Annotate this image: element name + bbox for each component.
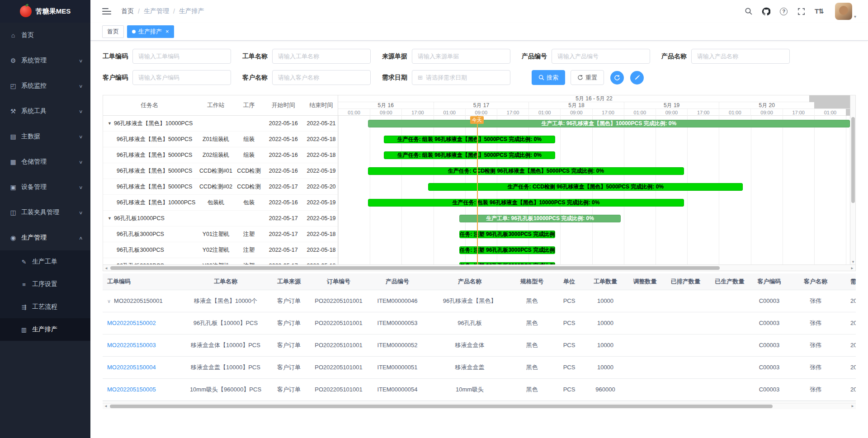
breadcrumb-item[interactable]: 生产排产 bbox=[179, 7, 204, 15]
font-size-icon[interactable]: T⇅ bbox=[815, 7, 824, 16]
collapse-icon[interactable]: ▼ bbox=[108, 216, 112, 221]
gantt-task-row: 96孔移液盒【黑色】5000PCSZ01组装机组装2022-05-162022-… bbox=[103, 132, 338, 147]
scrollbar-thumb[interactable] bbox=[110, 266, 720, 270]
text-input[interactable]: 请输入工单名称 bbox=[272, 49, 371, 64]
production-task-bar[interactable]: 生产任务: 组装 96孔移液盒【黑色】5000PCS 完成比例: 0% bbox=[384, 151, 555, 159]
sidebar-item-schedule[interactable]: ▥生产排产 bbox=[0, 318, 90, 341]
sidebar-item-workorder[interactable]: ✎生产工单 bbox=[0, 250, 90, 273]
table-row[interactable]: ∨MO202205150001移液盒【黑色】10000个客户订单PO202205… bbox=[103, 290, 856, 312]
production-task-bar[interactable]: 生产任务: 注塑 96孔孔板3000PCS 完成比例: 0% bbox=[459, 231, 555, 238]
date-input[interactable]: ⊞请选择需求日期 bbox=[412, 70, 510, 85]
scrollbar-thumb[interactable] bbox=[110, 405, 773, 408]
sidebar-item-flow[interactable]: ⇶工艺流程 bbox=[0, 296, 90, 318]
timeline-hour-label: 09:00 bbox=[560, 109, 592, 116]
timeline-day-label: 5月 17 bbox=[434, 102, 529, 108]
table-row[interactable]: MO202205150004移液盒盒盖【10000】PCS客户订单PO20220… bbox=[103, 356, 856, 378]
tab-close-icon[interactable]: × bbox=[165, 28, 169, 34]
refresh-button[interactable] bbox=[610, 71, 624, 85]
gantt-bar-row: 生产任务: 注塑 96孔孔板3000PCS 完成比例: 0% bbox=[338, 242, 850, 258]
work-order-code-link[interactable]: MO202205150003 bbox=[107, 342, 156, 349]
timeline-hour-label: 01:00 bbox=[814, 109, 846, 116]
scroll-right-arrow[interactable]: ► bbox=[849, 265, 855, 271]
production-task-bar[interactable]: 生产任务: 注塑 96孔孔板3000PCS 完成比例: 0% bbox=[459, 246, 555, 254]
sidebar-item-warehouse[interactable]: ▦仓储管理∨ bbox=[0, 149, 90, 174]
topbar-actions: ? T⇅ ▾ bbox=[744, 3, 856, 20]
work-order-code-link[interactable]: MO202205150004 bbox=[107, 364, 156, 371]
search-button[interactable]: 搜索 bbox=[532, 70, 565, 85]
breadcrumb-item[interactable]: 生产管理 bbox=[144, 7, 169, 15]
tab-首页[interactable]: 首页 bbox=[102, 25, 124, 38]
production-task-bar[interactable]: 生产任务: CCD检测 96孔移液盒【黑色】5000PCS 完成比例: 0% bbox=[428, 183, 743, 191]
text-input[interactable]: 请输入工单编码 bbox=[132, 49, 231, 64]
expand-chevron-icon[interactable]: ∨ bbox=[107, 298, 111, 304]
timeline-hour-label: 01:00 bbox=[719, 109, 750, 116]
scrollbar-thumb[interactable] bbox=[851, 117, 855, 203]
work-order-bar[interactable]: 生产工单: 96孔孔板10000PCS 完成比例: 0% bbox=[459, 215, 621, 222]
orders-cell: 96孔孔板 bbox=[429, 312, 510, 334]
avatar[interactable] bbox=[835, 3, 852, 20]
sidebar-item-device[interactable]: ▣设备管理∨ bbox=[0, 174, 90, 200]
task-name-cell: 96孔移液盒【黑色】5000PCS bbox=[103, 183, 196, 191]
table-row[interactable]: MO20220515000296孔孔板【10000】PCS客户订单PO20220… bbox=[103, 312, 856, 334]
work-order-code-link[interactable]: MO202205150001 bbox=[114, 297, 163, 304]
production-task-bar[interactable]: 生产任务: 包装 96孔移液盒【黑色】10000PCS 完成比例: 0% bbox=[368, 199, 684, 207]
menu-label: 仓储管理 bbox=[21, 158, 79, 166]
orders-horizontal-scrollbar[interactable]: ◄ ► bbox=[103, 403, 856, 409]
filter-label: 工单编码 bbox=[103, 52, 128, 61]
orders-cell bbox=[707, 290, 752, 312]
hamburger-icon[interactable] bbox=[102, 8, 111, 14]
tab-dot-icon bbox=[132, 30, 136, 33]
orders-column-header: 已生产数量 bbox=[707, 273, 752, 290]
edit-button[interactable] bbox=[630, 71, 644, 85]
scroll-left-arrow[interactable]: ◄ bbox=[103, 265, 109, 271]
github-icon[interactable] bbox=[762, 7, 771, 16]
task-start-date: 2022-05-16 bbox=[262, 199, 305, 206]
table-row[interactable]: MO20220515000510mm吸头【960000】PCS客户订单PO202… bbox=[103, 378, 856, 400]
orders-header-row: 工单编码工单名称工单来源订单编号产品编号产品名称规格型号单位工单数量调整数量已排… bbox=[103, 273, 856, 290]
text-input[interactable]: 请输入客户名称 bbox=[272, 70, 371, 85]
sidebar-item-production[interactable]: ◉生产管理∧ bbox=[0, 225, 90, 250]
collapse-icon[interactable]: ▼ bbox=[108, 121, 112, 126]
help-icon[interactable]: ? bbox=[779, 7, 788, 16]
sidebar-item-masterdata[interactable]: ▤主数据∨ bbox=[0, 124, 90, 149]
workorder-icon: ✎ bbox=[20, 259, 28, 265]
timeline-hour-label: 01:00 bbox=[528, 109, 560, 116]
orders-table-container: 工单编码工单名称工单来源订单编号产品编号产品名称规格型号单位工单数量调整数量已排… bbox=[103, 273, 856, 401]
work-order-code-link[interactable]: MO202205150005 bbox=[107, 386, 156, 393]
gantt-bar-label: 生产任务: CCD检测 96孔移液盒【黑色】5000PCS 完成比例: 0% bbox=[506, 183, 665, 191]
orders-cell: 客户订单 bbox=[266, 334, 311, 356]
sidebar-item-fixture[interactable]: ◫工装夹具管理∨ bbox=[0, 200, 90, 225]
task-station: 包装机 bbox=[196, 199, 236, 207]
text-input[interactable]: 请输入来源单据 bbox=[412, 49, 510, 64]
reset-button[interactable]: 重置 bbox=[571, 70, 604, 85]
user-menu[interactable]: ▾ bbox=[835, 3, 856, 20]
scroll-left-arrow[interactable]: ◄ bbox=[103, 403, 109, 410]
orders-cell: 张伟 bbox=[786, 312, 845, 334]
sidebar-item-tools[interactable]: ⚒系统工具∨ bbox=[0, 99, 90, 124]
fullscreen-icon[interactable] bbox=[797, 7, 806, 16]
gantt-horizontal-scrollbar[interactable]: ◄ ► bbox=[103, 264, 855, 271]
task-start-date: 2022-05-17 bbox=[262, 231, 305, 237]
gantt-vertical-scrollbar[interactable]: ▼ bbox=[850, 95, 855, 264]
scroll-right-arrow[interactable]: ► bbox=[849, 403, 856, 410]
text-input[interactable]: 请输入产品名称 bbox=[691, 49, 790, 64]
breadcrumb-item[interactable]: 首页 bbox=[121, 7, 134, 15]
work-order-bar[interactable]: 生产工单: 96孔移液盒【黑色】10000PCS 完成比例: 0% bbox=[368, 120, 850, 127]
production-task-bar[interactable]: 生产任务: 组装 96孔移液盒【黑色】5000PCS 完成比例: 0% bbox=[384, 136, 555, 143]
sidebar-item-system[interactable]: ⚙系统管理∨ bbox=[0, 48, 90, 73]
work-order-code-link[interactable]: MO202205150002 bbox=[107, 320, 156, 326]
sidebar-item-monitor[interactable]: ◰系统监控∨ bbox=[0, 73, 90, 99]
scroll-down-arrow[interactable]: ▼ bbox=[850, 260, 856, 264]
sidebar-item-process[interactable]: ≡工序设置 bbox=[0, 273, 90, 296]
table-row[interactable]: MO202205150003移液盒盒体【10000】PCS客户订单PO20220… bbox=[103, 334, 856, 356]
orders-column-header: 需求日期 bbox=[845, 273, 856, 290]
text-input[interactable]: 请输入产品编号 bbox=[552, 49, 650, 64]
text-input[interactable]: 请输入客户编码 bbox=[132, 70, 231, 85]
search-icon[interactable] bbox=[744, 7, 753, 16]
task-start-date: 2022-05-17 bbox=[262, 184, 305, 190]
production-task-bar[interactable]: 生产任务: CCD检测 96孔移液盒【黑色】5000PCS 完成比例: 0% bbox=[368, 167, 684, 175]
timeline-hours-row: 01:0009:0017:0001:0009:0017:0001:0009:00… bbox=[338, 109, 850, 116]
filter-label: 客户编码 bbox=[103, 74, 128, 82]
sidebar-item-home[interactable]: ⌂首页 bbox=[0, 23, 90, 48]
tab-生产排产[interactable]: 生产排产× bbox=[127, 25, 174, 38]
